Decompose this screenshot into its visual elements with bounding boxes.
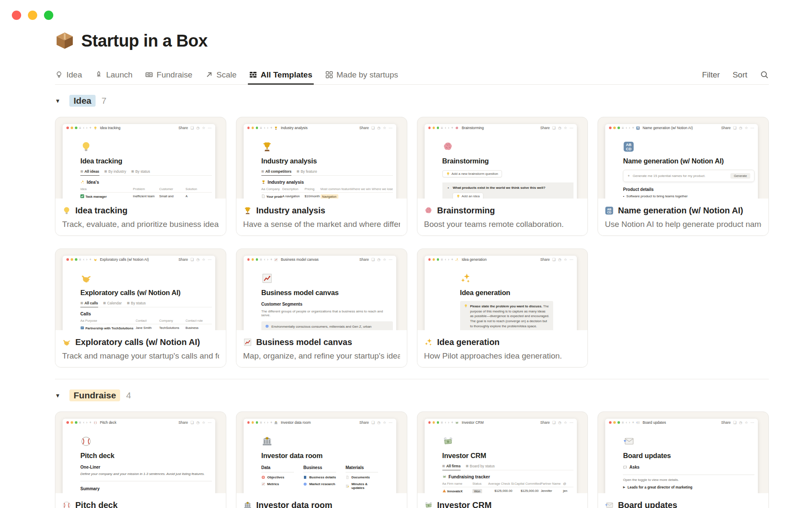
mini-close-icon	[66, 421, 69, 424]
tab-scale[interactable]: Scale	[205, 65, 237, 84]
page-title: Startup in a Box	[81, 31, 208, 50]
mini-table-row: InnovateXWon$125,000.00$125,000.00Jennif…	[442, 487, 574, 494]
mini-view-tab[interactable]: ▦By industry	[104, 169, 126, 175]
mini-close-icon	[247, 421, 250, 424]
mini-window-title: Idea generation	[462, 257, 487, 262]
template-card-footer: Industry analysisHave a sense of the mar…	[236, 199, 407, 235]
mini-share-button: Share	[178, 420, 188, 425]
mini-star-icon: ☆	[383, 126, 386, 130]
template-preview: ≡‹›+Board updatesShare❏◷☆⋯Board updatesA…	[598, 412, 768, 493]
section-collapse-toggle[interactable]: ▼	[55, 98, 63, 104]
mini-star-icon: ☆	[564, 420, 567, 425]
mini-menu-icon: ≡	[260, 126, 262, 130]
mini-view-tabs: ▦All competitors▦By feature	[261, 169, 393, 176]
mini-column-title: Data	[261, 465, 294, 472]
mini-minimize-icon	[433, 421, 435, 424]
template-card-exploratory-calls-w-notion-ai[interactable]: ≡‹›+Exploratory calls (w/ Notion AI)Shar…	[55, 248, 226, 367]
mini-toggle-item[interactable]: ▶Leads for a great director of marketing	[623, 485, 754, 489]
template-card-brainstorming[interactable]: ≡‹›+BrainstormingShare❏◷☆⋯BrainstormingA…	[417, 117, 588, 236]
tab-all-templates[interactable]: All Templates	[249, 65, 312, 84]
mini-star-icon: ☆	[745, 420, 748, 425]
template-card-name-generation-w-notion-ai[interactable]: ≡‹›+ABCDName generation (w/ Notion AI)Sh…	[598, 117, 769, 236]
mini-page-title: Business model canvas	[261, 289, 393, 297]
mini-button[interactable]: Add an idea	[453, 193, 484, 199]
mini-view-tab[interactable]: ▦All ideas	[80, 169, 99, 176]
window-controls	[12, 11, 53, 20]
mini-history-icon: ◷	[558, 257, 561, 262]
speech-balloon-icon	[623, 465, 627, 469]
mini-view-tab[interactable]: ▦All calls	[80, 301, 98, 307]
mini-page-link[interactable]: Objectives	[261, 475, 294, 479]
mini-table-row: Your productA navigation app to help you…	[261, 193, 393, 199]
mini-view-tab[interactable]: ▦By feature	[296, 169, 317, 175]
mini-minimize-icon	[252, 421, 254, 424]
page-header: Startup in a Box	[55, 30, 769, 52]
sparkles-emoji	[455, 258, 459, 262]
close-window-button[interactable]	[12, 11, 21, 20]
template-card-idea-generation[interactable]: ≡‹›+Idea generationShare❏◷☆⋯Idea generat…	[417, 248, 588, 367]
mini-ai-prompt[interactable]: ✦Generate me 15 potential names for my p…	[623, 170, 754, 182]
mini-window: ≡‹›+Exploratory calls (w/ Notion AI)Shar…	[63, 256, 215, 330]
mini-view-tab[interactable]: ▦Calendar	[103, 301, 122, 307]
mini-view-tab[interactable]: ▦Board by status	[466, 464, 495, 470]
target-emoji	[261, 475, 265, 479]
tab-fundraise[interactable]: Fundraise	[145, 65, 192, 84]
mini-page-link[interactable]: Documents	[346, 475, 379, 479]
mini-minimize-icon	[433, 127, 435, 129]
sort-button[interactable]: Sort	[732, 70, 747, 80]
trophy-emoji	[261, 141, 273, 152]
mini-generate-button[interactable]: Generate	[730, 173, 750, 179]
mini-page-link[interactable]: Metrics	[261, 482, 294, 486]
mini-comment-icon: ❏	[371, 257, 375, 262]
call-me-hand-emoji	[80, 273, 92, 284]
template-card-business-model-canvas[interactable]: ≡‹›+Business model canvasShare❏◷☆⋯Busine…	[236, 248, 407, 367]
mini-comment-icon: ❏	[552, 257, 556, 262]
mini-table-column: Most common features	[321, 186, 351, 193]
mini-share-button: Share	[178, 257, 188, 262]
filter-button[interactable]: Filter	[702, 70, 720, 80]
mini-window: ≡‹›+$Investor data roomShare❏◷☆⋯$Investo…	[244, 419, 396, 493]
mini-back-icon: ‹	[626, 420, 627, 425]
tab-label: All Templates	[261, 70, 312, 80]
template-card-idea-tracking[interactable]: ≡‹›+Idea trackingShare❏◷☆⋯Idea tracking▦…	[55, 117, 226, 236]
template-card-investor-crm[interactable]: ≡‹›+Investor CRMShare❏◷☆⋯Investor CRM▦Al…	[417, 411, 588, 508]
mini-subheading: Summary	[80, 486, 212, 491]
tab-idea[interactable]: Idea	[55, 65, 82, 84]
mini-new-tab-icon: +	[451, 257, 453, 262]
template-card-pitch-deck[interactable]: ≡‹›+Pitch deckShare❏◷☆⋯Pitch deckOne-Lin…	[55, 411, 226, 508]
mini-page-link[interactable]: Business details	[303, 475, 336, 479]
globe-emoji	[265, 324, 269, 328]
mini-more-icon: ⋯	[208, 420, 211, 425]
mini-new-tab-icon: +	[270, 126, 272, 130]
mini-page-link[interactable]: Market research	[303, 482, 336, 486]
template-card-board-updates[interactable]: ≡‹›+Board updatesShare❏◷☆⋯Board updatesA…	[598, 411, 769, 508]
mini-zoom-icon	[437, 127, 439, 129]
mini-view-tab[interactable]: ▦All firms	[442, 464, 461, 470]
mini-table-column: Aa Purpose	[80, 318, 136, 324]
tab-label: Launch	[106, 70, 132, 80]
mini-view-tab[interactable]: ▦All competitors	[261, 169, 292, 176]
lightbulb-emoji	[446, 172, 450, 176]
mini-page-link[interactable]: Minutes & updates	[346, 482, 379, 490]
search-icon[interactable]	[760, 70, 769, 79]
tab-made-by-startups[interactable]: Made by startups	[325, 65, 398, 84]
section-fundraise: ▼Fundraise4≡‹›+Pitch deckShare❏◷☆⋯Pitch …	[55, 379, 769, 508]
section-name-badge[interactable]: Fundraise	[69, 389, 120, 401]
minimize-window-button[interactable]	[28, 11, 37, 20]
mini-share-button: Share	[540, 126, 550, 130]
mini-window-title: Investor data room	[281, 420, 311, 425]
template-card-industry-analysis[interactable]: ≡‹›+Industry analysisShare❏◷☆⋯Industry a…	[236, 117, 407, 236]
mini-new-tab-icon: +	[270, 420, 272, 425]
abcd-input-emoji: ABCD	[636, 126, 640, 130]
tab-launch[interactable]: Launch	[95, 65, 132, 84]
zoom-window-button[interactable]	[44, 11, 53, 20]
mini-view-tab[interactable]: ▦By status	[131, 169, 150, 175]
mini-table-column: Where we lose	[372, 186, 393, 193]
section-name-badge[interactable]: Idea	[69, 95, 96, 107]
mini-view-tab[interactable]: ▦By status	[127, 301, 146, 307]
mini-button[interactable]: Add a new brainstorm question	[442, 170, 502, 177]
section-collapse-toggle[interactable]: ▼	[55, 392, 63, 399]
template-card-investor-data-room[interactable]: ≡‹›+$Investor data roomShare❏◷☆⋯$Investo…	[236, 411, 407, 508]
contact-card-icon	[80, 326, 84, 330]
mini-view-tabs: ▦All ideas▦By industry▦By status	[80, 169, 212, 176]
